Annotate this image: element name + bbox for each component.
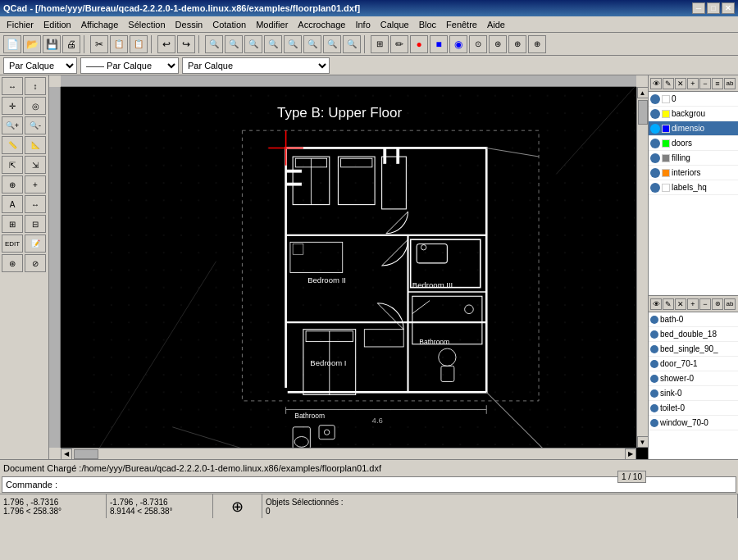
lt-snap[interactable]: ⊕ bbox=[2, 175, 23, 193]
block-text-btn[interactable]: ab bbox=[724, 298, 736, 310]
tb-redo[interactable]: ↪ bbox=[177, 35, 195, 53]
menu-selection[interactable]: Sélection bbox=[123, 18, 170, 31]
menu-bloc[interactable]: Bloc bbox=[414, 18, 441, 31]
menu-info[interactable]: Info bbox=[350, 18, 375, 31]
canvas-wrapper[interactable]: Type B: Upper Floor bbox=[49, 75, 648, 459]
scroll-left-button[interactable]: ◀ bbox=[61, 448, 72, 460]
layer-item-filling[interactable]: filling bbox=[649, 151, 738, 166]
tb-color-red[interactable]: ● bbox=[410, 35, 428, 53]
title-bar-buttons[interactable]: ─ □ ✕ bbox=[692, 2, 735, 14]
drawing-canvas[interactable]: Type B: Upper Floor bbox=[61, 87, 648, 459]
lt-zoom-in[interactable]: 🔍+ bbox=[2, 116, 23, 134]
layer-edit-btn[interactable]: ✎ bbox=[663, 78, 674, 89]
scroll-thumb[interactable] bbox=[638, 100, 648, 125]
scroll-down-button[interactable]: ▼ bbox=[637, 436, 649, 448]
layer-menu-btn[interactable]: ≡ bbox=[712, 78, 723, 89]
block-sink[interactable]: sink-0 bbox=[649, 386, 738, 401]
menu-accrochage[interactable]: Accrochage bbox=[293, 18, 350, 31]
block-snap-btn[interactable]: ⊛ bbox=[712, 298, 723, 310]
tb-zoom-layer[interactable]: 🔍 bbox=[323, 35, 341, 53]
layer-minus-btn[interactable]: − bbox=[699, 78, 711, 89]
menu-aide[interactable]: Aide bbox=[482, 18, 510, 31]
layer-text-btn[interactable]: ab bbox=[724, 78, 736, 89]
tb-zoom-in[interactable]: 🔍 bbox=[205, 35, 223, 53]
tb-snap4[interactable]: ⊕ bbox=[528, 35, 546, 53]
lt-edit[interactable]: EDIT bbox=[2, 234, 23, 253]
layer-close-btn[interactable]: ✕ bbox=[675, 78, 686, 89]
menu-fenetre[interactable]: Fenêtre bbox=[441, 18, 482, 31]
tb-zoom-window[interactable]: 🔍 bbox=[343, 35, 361, 53]
menu-modifier[interactable]: Modifier bbox=[251, 18, 293, 31]
menu-dessin[interactable]: Dessin bbox=[171, 18, 208, 31]
lt-end[interactable]: ⇲ bbox=[25, 156, 46, 174]
minimize-button[interactable]: ─ bbox=[692, 2, 705, 14]
lt-h[interactable]: ↔ bbox=[25, 195, 46, 213]
block-minus-btn[interactable]: − bbox=[699, 298, 711, 310]
tb-zoom-next[interactable]: 🔍 bbox=[284, 35, 302, 53]
layer-item-0[interactable]: 0 bbox=[649, 92, 738, 107]
menu-affichage[interactable]: Affichage bbox=[76, 18, 124, 31]
block-door-70[interactable]: door_70-1 bbox=[649, 357, 738, 371]
block-bath-0[interactable]: bath-0 bbox=[649, 312, 738, 327]
block-shower[interactable]: shower-0 bbox=[649, 371, 738, 386]
h-scroll-thumb[interactable] bbox=[74, 449, 98, 459]
tb-zoom-all[interactable]: 🔍 bbox=[303, 35, 321, 53]
tb-print[interactable]: 🖨 bbox=[62, 35, 80, 53]
layer-view-btn[interactable]: 👁 bbox=[650, 78, 662, 89]
lt-zoom-out[interactable]: 🔍- bbox=[25, 116, 46, 134]
vertical-scrollbar[interactable]: ▲ ▼ bbox=[636, 87, 648, 448]
block-toilet[interactable]: toilet-0 bbox=[649, 401, 738, 416]
tb-snap1[interactable]: ⊙ bbox=[469, 35, 487, 53]
layer-item-interiors[interactable]: interiors bbox=[649, 166, 738, 180]
tb-snap-grid[interactable]: ⊞ bbox=[371, 35, 389, 53]
tb-copy[interactable]: 📋 bbox=[110, 35, 128, 53]
tb-new[interactable]: 📄 bbox=[3, 35, 21, 53]
linetype-dropdown[interactable]: —— Par Calque bbox=[80, 57, 179, 74]
lt-plus[interactable]: + bbox=[25, 175, 46, 193]
menu-cotation[interactable]: Cotation bbox=[207, 18, 251, 31]
tb-undo[interactable]: ↩ bbox=[157, 35, 175, 53]
layer-add-btn[interactable]: + bbox=[687, 78, 699, 89]
tb-draw-line[interactable]: ✏ bbox=[390, 35, 408, 53]
block-bed-single[interactable]: bed_single_90_ bbox=[649, 342, 738, 357]
block-bed-double[interactable]: bed_double_18 bbox=[649, 327, 738, 342]
block-close-btn[interactable]: ✕ bbox=[675, 298, 686, 310]
lt-home[interactable]: ⇱ bbox=[2, 156, 23, 174]
lt-angle[interactable]: 📐 bbox=[25, 136, 46, 154]
layer-item-doors[interactable]: doors bbox=[649, 136, 738, 151]
lt-crosshair[interactable]: ✛ bbox=[2, 97, 23, 115]
lt-move-v[interactable]: ↕ bbox=[25, 77, 46, 95]
linewidth-dropdown[interactable]: Par Calque bbox=[182, 57, 330, 74]
tb-cut[interactable]: ✂ bbox=[90, 35, 108, 53]
horizontal-scrollbar[interactable]: ◀ ▶ bbox=[61, 448, 636, 459]
tb-zoom-prev[interactable]: 🔍 bbox=[264, 35, 282, 53]
lt-grid-add[interactable]: ⊞ bbox=[2, 215, 23, 233]
block-edit-btn[interactable]: ✎ bbox=[663, 298, 674, 310]
lt-deselect[interactable]: ⊘ bbox=[25, 254, 46, 272]
lt-ruler[interactable]: 📏 bbox=[2, 136, 23, 154]
tb-save[interactable]: 💾 bbox=[43, 35, 61, 53]
tb-color-blue3[interactable]: ◉ bbox=[449, 35, 467, 53]
scroll-up-button[interactable]: ▲ bbox=[637, 87, 649, 98]
tb-zoom-out[interactable]: 🔍 bbox=[225, 35, 243, 53]
lt-circle[interactable]: ◎ bbox=[25, 97, 46, 115]
lt-properties[interactable]: 📝 bbox=[25, 234, 46, 253]
lt-select[interactable]: ⊛ bbox=[2, 254, 23, 272]
menu-edition[interactable]: Edition bbox=[39, 18, 76, 31]
layer-item-labels[interactable]: labels_hq bbox=[649, 180, 738, 195]
block-add-btn[interactable]: + bbox=[687, 298, 699, 310]
lt-move-h[interactable]: ↔ bbox=[2, 77, 23, 95]
tb-color-blue2[interactable]: ■ bbox=[430, 35, 448, 53]
menu-calque[interactable]: Calque bbox=[376, 18, 414, 31]
tb-snap2[interactable]: ⊛ bbox=[489, 35, 507, 53]
menu-fichier[interactable]: Fichier bbox=[2, 18, 39, 31]
color-dropdown[interactable]: Par Calque bbox=[3, 57, 77, 74]
lt-text[interactable]: A bbox=[2, 195, 23, 213]
lt-grid-remove[interactable]: ⊟ bbox=[25, 215, 46, 233]
tb-open[interactable]: 📂 bbox=[23, 35, 41, 53]
block-window-70[interactable]: window_70-0 bbox=[649, 416, 738, 430]
tb-zoom-fit[interactable]: 🔍 bbox=[244, 35, 262, 53]
layer-item-background[interactable]: backgrou bbox=[649, 107, 738, 121]
close-button[interactable]: ✕ bbox=[722, 2, 735, 14]
tb-snap3[interactable]: ⊕ bbox=[508, 35, 526, 53]
